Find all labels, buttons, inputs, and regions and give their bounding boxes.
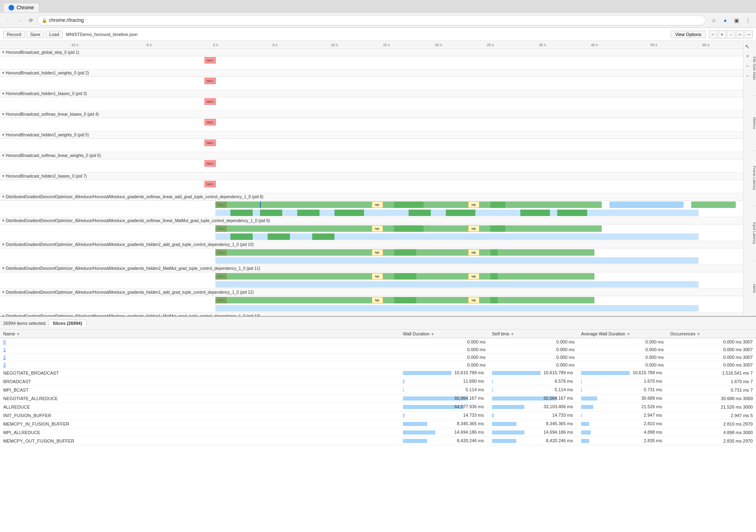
track-arrow-pid8[interactable]: ▼ <box>2 195 5 199</box>
name-link[interactable]: 3 <box>3 362 6 367</box>
chrome-icon-button[interactable]: ● <box>720 15 730 25</box>
forward-button[interactable]: → <box>15 15 24 25</box>
address-bar[interactable]: 🔒 chrome://tracing <box>37 15 706 25</box>
track-arrow-pid1[interactable]: ▼ <box>2 51 5 54</box>
table-row[interactable]: NEGOTIATE_ALLREDUCE92,064.167 ms92,064.1… <box>0 394 756 403</box>
track-label-pid2: HorovodBroadcast_hidden1_weights_0 (pid … <box>6 71 89 75</box>
track-arrow-pid10[interactable]: ▼ <box>2 243 5 246</box>
track-header-pid8[interactable]: ▼ DistributedGradientDescentOptimizer_Al… <box>0 193 743 201</box>
table-row[interactable]: MPI_BCAST5.114 ms5.114 ms0.731 ms0.731 m… <box>0 386 756 394</box>
col-header-self[interactable]: Self time ▼ <box>489 330 578 338</box>
col-avg-sort: ▼ <box>627 332 630 336</box>
track-pid12: ▼ DistributedGradientDescentOptimizer_Al… <box>0 289 743 313</box>
track-arrow-pid9[interactable]: ▼ <box>2 219 5 223</box>
track-arrow-pid7[interactable]: ▼ <box>2 174 5 178</box>
zoom-arrow-left-button[interactable]: ← <box>709 30 717 38</box>
bottom-table[interactable]: Name ▼ Wall Duration ▼ Self time ▼ Avera… <box>0 330 756 532</box>
table-cell-occurrences: 0.000 ms 3007 <box>667 338 756 346</box>
fit-side-button[interactable]: ↔ <box>743 72 752 80</box>
track-header-pid10[interactable]: ▼ DistributedGradientDescentOptimizer_Al… <box>0 241 743 248</box>
tab-favicon <box>9 5 14 11</box>
extensions-button[interactable]: ▣ <box>732 15 741 25</box>
track-arrow-pid5[interactable]: ▼ <box>2 133 5 137</box>
track-row-pid10-bottom <box>0 256 743 265</box>
save-button[interactable]: Save <box>26 31 44 38</box>
track-list[interactable]: ▼ HorovodBroadcast_global_step_0 (pid 1)… <box>0 49 743 316</box>
track-arrow-pid11[interactable]: ▼ <box>2 267 5 270</box>
neg-badge-pid6: NEG <box>204 160 216 167</box>
name-link[interactable]: 0 <box>3 339 6 344</box>
col-header-occ[interactable]: Occurrences ▼ <box>667 330 756 338</box>
zoom-in-button[interactable]: + <box>718 30 726 38</box>
zoom-out-side-button[interactable]: − <box>743 62 752 70</box>
view-options-button[interactable]: View Options <box>671 31 706 38</box>
bookmark-button[interactable]: ☆ <box>709 15 719 25</box>
table-cell-name[interactable]: 2 <box>0 354 400 361</box>
track-header-pid6[interactable]: ▼ HorovodBroadcast_softmax_linear_weight… <box>0 152 743 159</box>
tab-slices[interactable]: Slices (26994) <box>48 320 87 327</box>
active-tab[interactable]: Chrome <box>3 3 39 12</box>
zoom-out-button[interactable]: - <box>727 30 735 38</box>
table-row[interactable]: INIT_FUSION_BUFFER14.733 ms14.733 ms2.94… <box>0 411 756 420</box>
table-row[interactable]: 30.000 ms0.000 ms0.000 ms0.000 ms 3007 <box>0 361 756 369</box>
ne-pid11-2: NE <box>468 273 479 280</box>
ruler-tick: 50 s <box>650 43 657 47</box>
table-row[interactable]: MEMCPY_IN_FUSION_BUFFER8,345.365 ms8,345… <box>0 420 756 428</box>
table-row[interactable]: ALLREDUCE64,577.936 ms33,103.406 ms21.52… <box>0 403 756 411</box>
table-cell-occurrences: 1,516.541 ms 7 <box>667 369 756 377</box>
green-bar-pid12-1 <box>215 297 416 303</box>
table-cell-wall: 0.000 ms <box>400 361 489 369</box>
track-subrow-pid2 <box>0 85 743 90</box>
tracing-content[interactable]: -10 s -5 s 0 s 5 s 10 s 15 s 20 s 25 s 3… <box>0 41 743 316</box>
table-row[interactable]: NEGOTIATE_BROADCAST10,615.789 ms10,615.7… <box>0 369 756 377</box>
track-header-pid4[interactable]: ▼ HorovodBroadcast_softmax_linear_biases… <box>0 111 743 118</box>
track-header-pid9[interactable]: ▼ DistributedGradientDescentOptimizer_Al… <box>0 217 743 225</box>
table-row[interactable]: 00.000 ms0.000 ms0.000 ms0.000 ms 3007 <box>0 338 756 346</box>
track-header-pid12[interactable]: ▼ DistributedGradientDescentOptimizer_Al… <box>0 289 743 296</box>
record-button[interactable]: Record <box>3 31 25 38</box>
track-arrow-pid6[interactable]: ▼ <box>2 154 5 157</box>
col-header-avg[interactable]: Average Wall Duration ▼ <box>578 330 667 338</box>
name-link[interactable]: 1 <box>3 347 6 352</box>
table-row[interactable]: MEMCPY_OUT_FUSION_BUFFER8,420.246 ms8,42… <box>0 437 756 445</box>
table-row[interactable]: 10.000 ms0.000 ms0.000 ms0.000 ms 3007 <box>0 346 756 354</box>
ne-pid10-1: NE <box>372 249 383 256</box>
track-arrow-pid3[interactable]: ▼ <box>2 92 5 95</box>
cursor-button[interactable]: ↖ <box>743 42 752 51</box>
table-cell-name[interactable]: 0 <box>0 338 400 346</box>
track-arrow-pid2[interactable]: ▼ <box>2 71 5 75</box>
track-header-pid5[interactable]: ▼ HorovodBroadcast_hidden2_weights_0 (pi… <box>0 131 743 139</box>
track-arrow-pid4[interactable]: ▼ <box>2 112 5 116</box>
tab-title: Chrome <box>17 5 34 11</box>
track-header-pid11[interactable]: ▼ DistributedGradientDescentOptimizer_Al… <box>0 265 743 272</box>
track-header-pid7[interactable]: ▼ HorovodBroadcast_hidden2_biases_0 (pid… <box>0 173 743 180</box>
nav-bar: ← → ⟳ 🔒 chrome://tracing ☆ ● ▣ ⋮ <box>0 13 756 28</box>
table-row[interactable]: BROADCAST11.690 ms6.576 ms1.670 ms1.670 … <box>0 377 756 386</box>
table-cell-name[interactable]: 1 <box>0 346 400 354</box>
zoom-controls: ← + - ↔ → <box>709 30 753 38</box>
name-link[interactable]: 2 <box>3 355 6 360</box>
track-arrow-pid12[interactable]: ▼ <box>2 290 5 294</box>
col-header-wall[interactable]: Wall Duration ▼ <box>400 330 489 338</box>
reload-button[interactable]: ⟳ <box>26 15 36 25</box>
table-cell-name[interactable]: 3 <box>0 361 400 369</box>
table-cell-wall: 0.000 ms <box>400 338 489 346</box>
zoom-arrow-right-button[interactable]: → <box>745 30 753 38</box>
back-button[interactable]: ← <box>3 15 13 25</box>
track-header-pid3[interactable]: ▼ HorovodBroadcast_hidden1_biases_0 (pid… <box>0 90 743 97</box>
table-row[interactable]: 20.000 ms0.000 ms0.000 ms0.000 ms 3007 <box>0 354 756 361</box>
zoom-fit-button[interactable]: ↔ <box>736 30 744 38</box>
bottom-panel: 26994 items selected. Slices (26994) Nam… <box>0 316 756 532</box>
load-button[interactable]: Load <box>46 31 63 38</box>
track-header-pid2[interactable]: ▼ HorovodBroadcast_hidden1_weights_0 (pi… <box>0 70 743 77</box>
table-row[interactable]: MPI_ALLREDUCE14,694.186 ms14,694.186 ms4… <box>0 428 756 437</box>
table-cell-avg: 2.810 ms <box>578 420 667 428</box>
track-pid6: ▼ HorovodBroadcast_softmax_linear_weight… <box>0 152 743 173</box>
menu-button[interactable]: ⋮ <box>743 15 753 25</box>
zoom-in-side-button[interactable]: + <box>743 52 752 60</box>
track-header-pid13[interactable]: ▼ DistributedGradientDescentOptimizer_Al… <box>0 313 743 316</box>
track-header-pid1[interactable]: ▼ HorovodBroadcast_global_step_0 (pid 1) <box>0 49 743 56</box>
col-header-name[interactable]: Name ▼ <box>0 330 400 338</box>
col-wall-label: Wall Duration <box>403 331 430 336</box>
track-arrow-pid13[interactable]: ▼ <box>2 314 5 316</box>
